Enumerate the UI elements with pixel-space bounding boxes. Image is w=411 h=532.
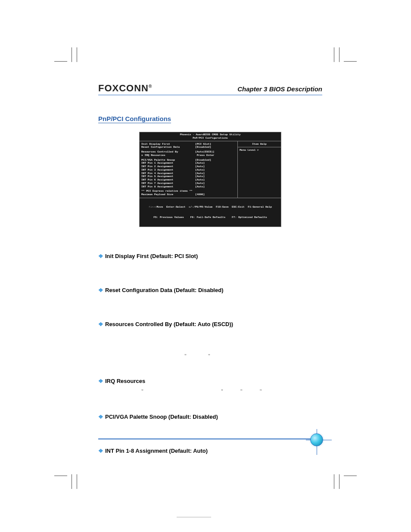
- doc-item-body: "": [98, 330, 322, 361]
- bios-row-label: Init Display First: [141, 143, 195, 146]
- bios-row: INT Pin 8 Assignment[Auto]: [141, 185, 236, 189]
- bullet-icon: ❖: [98, 253, 103, 259]
- bios-row-value: [Auto]: [195, 175, 205, 178]
- bios-row-value: [Auto]: [195, 162, 205, 165]
- bios-footer: ↑↓←→:Move Enter:Select +/-/PU/PD:Value F…: [140, 198, 281, 227]
- crop-mark: [77, 474, 77, 489]
- bios-row-label: INT Pin 7 Assignment: [141, 182, 195, 185]
- page-number-rule: [177, 517, 211, 517]
- doc-item-title: PCI/VGA Palette Snoop (Default: Disabled…: [105, 414, 218, 420]
- crop-mark: [54, 476, 67, 476]
- bios-row: Init Display First[PCI Slot]: [141, 143, 236, 146]
- doc-item: ❖IRQ Resources: [98, 378, 322, 384]
- doc-item-title: Resources Controlled By (Default: Auto (…: [105, 321, 233, 327]
- bios-row-label: INT Pin 5 Assignment: [141, 175, 195, 178]
- bios-row: Resources Controlled By[Auto(ESCD)]: [141, 150, 236, 154]
- section-title: PnP/PCI Configurations: [98, 115, 171, 123]
- bios-row-value: [Disabled]: [195, 159, 211, 162]
- bios-footer-line2: F5: Previous Values F6: Fail-Safe Defaul…: [141, 216, 279, 219]
- bios-row: INT Pin 4 Assignment[Auto]: [141, 172, 236, 175]
- bullet-icon: ❖: [98, 448, 103, 454]
- crop-mark: [344, 476, 357, 476]
- chapter-title: Chapter 3 BIOS Description: [237, 85, 322, 93]
- crop-mark: [54, 61, 67, 62]
- bios-row-label: Reset Configuration Data: [141, 146, 195, 149]
- bios-row-label: INT Pin 6 Assignment: [141, 178, 195, 182]
- doc-item-body: [98, 423, 322, 430]
- decorative-orb: [310, 433, 323, 446]
- bios-row-value: [Auto]: [195, 165, 205, 168]
- bios-row-value: [Auto]: [195, 178, 205, 182]
- items-list: ❖Init Display First (Default: PCI Slot)❖…: [98, 253, 322, 464]
- bios-title-line1: Phoenix - AwardBIOS CMOS Setup Utility: [140, 133, 281, 137]
- bios-row: INT Pin 3 Assignment[Auto]: [141, 168, 236, 172]
- bios-row: Reset Configuration Data[Disabled]: [141, 146, 236, 149]
- bios-row-value: [Auto]: [195, 168, 205, 172]
- crop-mark: [72, 47, 72, 62]
- page-content: FOXCONN® Chapter 3 BIOS Description PnP/…: [98, 83, 322, 464]
- doc-item: ❖PCI/VGA Palette Snoop (Default: Disable…: [98, 414, 322, 420]
- bios-row: INT Pin 1 Assignment[Auto]: [141, 162, 236, 165]
- crop-mark: [334, 474, 334, 489]
- bios-row-value: [Auto]: [195, 172, 205, 175]
- bios-row-label: x IRQ Resources: [141, 154, 195, 157]
- crop-mark: [339, 47, 339, 62]
- bios-help-title: Item Help: [238, 141, 281, 148]
- crop-mark: [72, 474, 72, 489]
- bullet-icon: ❖: [98, 321, 103, 327]
- bios-row-value: [Disabled]: [195, 146, 211, 149]
- doc-item-body: [98, 296, 322, 304]
- bios-row: INT Pin 2 Assignment[Auto]: [141, 165, 236, 168]
- crop-mark: [339, 474, 339, 489]
- bios-title: Phoenix - AwardBIOS CMOS Setup Utility P…: [140, 132, 281, 141]
- brand-logo: FOXCONN®: [98, 83, 152, 94]
- bios-screenshot: Phoenix - AwardBIOS CMOS Setup Utility P…: [139, 132, 281, 227]
- bios-row: INT Pin 6 Assignment[Auto]: [141, 178, 236, 182]
- bios-row-label: Resources Controlled By: [141, 150, 195, 154]
- bullet-icon: ❖: [98, 378, 103, 384]
- bios-help-panel: Item Help Menu Level >: [238, 141, 281, 198]
- doc-item-body: [98, 262, 322, 270]
- footer-rule: [98, 439, 322, 439]
- bios-row-value: [PCI Slot]: [195, 143, 211, 146]
- bios-row: x IRQ Resources Press Enter: [141, 154, 236, 157]
- bios-menu-level: Menu Level >: [240, 149, 279, 152]
- bios-row: Maximum Payload Size[4096]: [141, 193, 236, 196]
- registered-mark: ®: [149, 84, 152, 89]
- doc-item-title: Reset Configuration Data (Default: Disab…: [105, 287, 223, 293]
- bios-row-value: Press Enter: [195, 154, 215, 157]
- orb-icon: [310, 433, 323, 446]
- doc-item: ❖Init Display First (Default: PCI Slot): [98, 253, 322, 259]
- bullet-icon: ❖: [98, 414, 103, 420]
- bios-row: INT Pin 7 Assignment[Auto]: [141, 182, 236, 185]
- bios-row: PCI/VGA Palette Snoop[Disabled]: [141, 159, 236, 162]
- doc-item: ❖Resources Controlled By (Default: Auto …: [98, 321, 322, 327]
- bios-row-value: [Auto]: [195, 182, 205, 185]
- bios-row-label: INT Pin 1 Assignment: [141, 162, 195, 165]
- bios-row-label: INT Pin 3 Assignment: [141, 168, 195, 172]
- bios-row-label: INT Pin 8 Assignment: [141, 185, 195, 189]
- doc-item-body: """": [98, 387, 322, 396]
- bios-body: Init Display First[PCI Slot]Reset Config…: [140, 141, 281, 198]
- bios-row-label: Maximum Payload Size: [141, 193, 195, 196]
- doc-item-title: IRQ Resources: [105, 378, 145, 384]
- bullet-icon: ❖: [98, 287, 103, 293]
- bios-row-value: [Auto]: [195, 185, 205, 189]
- bios-row-value: [Auto(ESCD)]: [195, 150, 215, 154]
- crop-mark: [334, 47, 334, 62]
- crop-mark: [344, 61, 357, 62]
- bios-row: INT Pin 5 Assignment[Auto]: [141, 175, 236, 178]
- page-header: FOXCONN® Chapter 3 BIOS Description: [98, 83, 322, 95]
- bios-row-label: INT Pin 2 Assignment: [141, 165, 195, 168]
- bios-row-value: [4096]: [195, 193, 205, 196]
- doc-item-body: [98, 457, 322, 464]
- doc-item-title: INT Pin 1-8 Assignment (Default: Auto): [105, 448, 208, 454]
- bios-row-label: INT Pin 4 Assignment: [141, 172, 195, 175]
- doc-item-title: Init Display First (Default: PCI Slot): [105, 253, 198, 259]
- crop-mark: [77, 47, 77, 62]
- bios-footer-line1: ↑↓←→:Move Enter:Select +/-/PU/PD:Value F…: [141, 205, 279, 209]
- brand-text: FOXCONN: [98, 83, 149, 93]
- bios-express-header: ** PCI Express relative items **: [141, 190, 236, 193]
- bios-left-panel: Init Display First[PCI Slot]Reset Config…: [140, 141, 238, 198]
- bios-row-label: PCI/VGA Palette Snoop: [141, 159, 195, 162]
